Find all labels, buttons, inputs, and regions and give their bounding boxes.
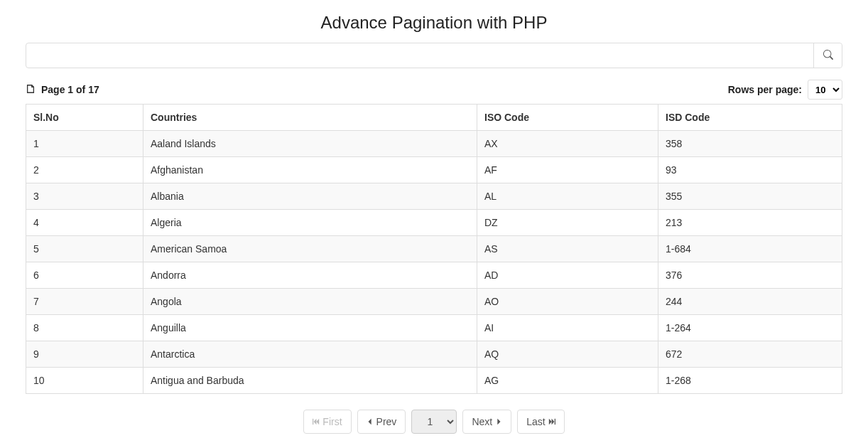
table-row: 1Aaland IslandsAX358	[26, 131, 842, 157]
cell-country: Afghanistan	[143, 157, 477, 183]
cell-iso: AS	[477, 236, 658, 262]
cell-slno: 6	[26, 262, 143, 289]
cell-iso: AX	[477, 131, 658, 157]
cell-iso: AQ	[477, 341, 658, 368]
search-icon	[823, 50, 833, 62]
cell-iso: AF	[477, 157, 658, 183]
cell-country: American Samoa	[143, 236, 477, 262]
cell-isd: 1-264	[658, 315, 842, 341]
cell-iso: AL	[477, 183, 658, 210]
cell-country: Antigua and Barbuda	[143, 368, 477, 394]
next-button[interactable]: Next	[462, 410, 511, 434]
prev-label: Prev	[376, 416, 397, 427]
cell-country: Albania	[143, 183, 477, 210]
cell-country: Andorra	[143, 262, 477, 289]
first-icon	[313, 416, 320, 427]
header-iso: ISO Code	[477, 105, 658, 131]
search-input[interactable]	[26, 43, 813, 68]
cell-iso: AD	[477, 262, 658, 289]
svg-marker-3	[368, 419, 371, 425]
table-row: 9AntarcticaAQ672	[26, 341, 842, 368]
header-slno: Sl.No	[26, 105, 143, 131]
cell-country: Antarctica	[143, 341, 477, 368]
cell-slno: 4	[26, 210, 143, 236]
cell-iso: AI	[477, 315, 658, 341]
cell-isd: 376	[658, 262, 842, 289]
search-button[interactable]	[813, 43, 842, 68]
table-row: 4AlgeriaDZ213	[26, 210, 842, 236]
cell-country: Aaland Islands	[143, 131, 477, 157]
page-icon	[26, 84, 41, 96]
last-button[interactable]: Last	[517, 410, 564, 434]
cell-country: Angola	[143, 289, 477, 315]
next-label: Next	[472, 416, 492, 427]
svg-marker-4	[498, 419, 501, 425]
svg-marker-1	[314, 419, 317, 425]
pagination: First Prev 1 Next Last	[26, 410, 842, 434]
cell-slno: 1	[26, 131, 143, 157]
table-header-row: Sl.No Countries ISO Code ISD Code	[26, 105, 842, 131]
page-select[interactable]: 1	[411, 410, 457, 434]
rows-per-page: Rows per page: 10	[728, 80, 842, 100]
last-icon	[548, 416, 555, 427]
svg-marker-2	[317, 419, 320, 425]
cell-country: Anguilla	[143, 315, 477, 341]
last-label: Last	[526, 416, 545, 427]
page-title: Advance Pagination with PHP	[26, 13, 842, 33]
data-table: Sl.No Countries ISO Code ISD Code 1Aalan…	[26, 104, 842, 394]
prev-icon	[367, 416, 374, 427]
first-button[interactable]: First	[303, 410, 351, 434]
cell-isd: 358	[658, 131, 842, 157]
cell-slno: 8	[26, 315, 143, 341]
cell-isd: 213	[658, 210, 842, 236]
cell-isd: 1-268	[658, 368, 842, 394]
table-row: 6AndorraAD376	[26, 262, 842, 289]
first-label: First	[322, 416, 342, 427]
prev-button[interactable]: Prev	[357, 410, 406, 434]
cell-isd: 672	[658, 341, 842, 368]
cell-slno: 3	[26, 183, 143, 210]
cell-iso: AO	[477, 289, 658, 315]
table-row: 5American SamoaAS1-684	[26, 236, 842, 262]
cell-isd: 355	[658, 183, 842, 210]
cell-isd: 244	[658, 289, 842, 315]
cell-isd: 93	[658, 157, 842, 183]
header-countries: Countries	[143, 105, 477, 131]
table-row: 10Antigua and BarbudaAG1-268	[26, 368, 842, 394]
next-icon	[495, 416, 502, 427]
cell-country: Algeria	[143, 210, 477, 236]
svg-marker-5	[548, 419, 551, 425]
rows-per-page-select[interactable]: 10	[808, 80, 842, 100]
svg-rect-0	[313, 419, 313, 425]
cell-iso: DZ	[477, 210, 658, 236]
cell-slno: 10	[26, 368, 143, 394]
cell-slno: 9	[26, 341, 143, 368]
header-isd: ISD Code	[658, 105, 842, 131]
cell-isd: 1-684	[658, 236, 842, 262]
svg-rect-7	[554, 419, 555, 425]
table-row: 3AlbaniaAL355	[26, 183, 842, 210]
table-row: 8AnguillaAI1-264	[26, 315, 842, 341]
page-info: Page 1 of 17	[26, 84, 99, 96]
cell-slno: 7	[26, 289, 143, 315]
table-row: 7AngolaAO244	[26, 289, 842, 315]
page-label: Page 1 of 17	[41, 84, 99, 95]
cell-iso: AG	[477, 368, 658, 394]
rows-label: Rows per page:	[728, 84, 802, 95]
table-row: 2AfghanistanAF93	[26, 157, 842, 183]
search-bar	[26, 43, 842, 68]
svg-marker-6	[551, 419, 554, 425]
info-row: Page 1 of 17 Rows per page: 10	[26, 80, 842, 100]
cell-slno: 2	[26, 157, 143, 183]
cell-slno: 5	[26, 236, 143, 262]
